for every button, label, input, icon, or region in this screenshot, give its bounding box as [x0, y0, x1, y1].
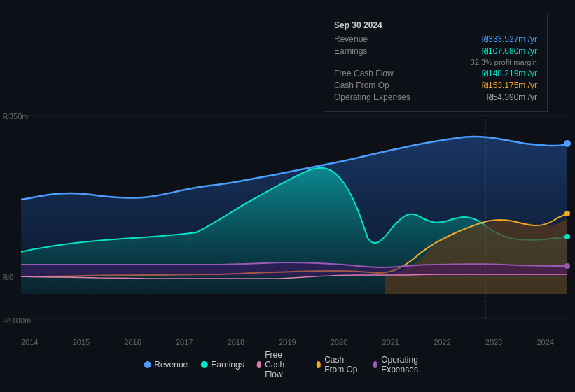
- tooltip-value-opex: ₪54.390m /yr: [487, 92, 537, 102]
- tooltip-date: Sep 30 2024: [334, 20, 537, 30]
- svg-point-8: [564, 263, 570, 269]
- x-label-2022: 2022: [434, 338, 450, 346]
- tooltip-row-margin: 32.3% profit margin: [334, 58, 537, 66]
- legend-label-revenue: Revenue: [154, 360, 188, 370]
- x-label-2018: 2018: [228, 338, 244, 346]
- tooltip-value-earnings: ₪107.680m /yr: [482, 46, 537, 56]
- x-label-2019: 2019: [279, 338, 296, 346]
- legend-dot-revenue: [144, 361, 151, 368]
- tooltip-label-cashfromop: Cash From Op: [334, 80, 418, 90]
- chart-legend: Revenue Earnings Free Cash Flow Cash Fro…: [144, 350, 431, 379]
- x-axis: 2014 2015 2016 2017 2018 2019 2020 2021 …: [0, 338, 575, 346]
- tooltip-row-opex: Operating Expenses ₪54.390m /yr: [334, 92, 537, 102]
- tooltip-row-revenue: Revenue ₪333.527m /yr: [334, 34, 537, 44]
- y-label-350: ₪350m: [3, 112, 29, 121]
- legend-label-opex: Operating Expenses: [381, 355, 431, 374]
- tooltip-label-earnings: Earnings: [334, 46, 418, 56]
- legend-dot-fcf: [257, 361, 262, 368]
- x-label-2016: 2016: [124, 338, 141, 346]
- x-label-2023: 2023: [485, 338, 502, 346]
- svg-point-6: [564, 234, 570, 239]
- x-label-2015: 2015: [73, 338, 90, 346]
- legend-label-earnings: Earnings: [211, 360, 244, 370]
- tooltip-value-fcf: ₪148.219m /yr: [482, 69, 537, 78]
- y-label-0: ₪0: [3, 273, 13, 282]
- tooltip-row-earnings: Earnings ₪107.680m /yr: [334, 46, 537, 56]
- legend-item-cashfromop[interactable]: Cash From Op: [317, 355, 361, 374]
- x-label-2021: 2021: [382, 338, 399, 346]
- legend-dot-cashfromop: [317, 361, 321, 368]
- y-label-neg100: -₪100m: [3, 316, 31, 326]
- svg-point-7: [564, 211, 570, 216]
- tooltip-label-fcf: Free Cash Flow: [334, 69, 418, 78]
- legend-item-opex[interactable]: Operating Expenses: [373, 355, 431, 374]
- legend-label-cashfromop: Cash From Op: [324, 355, 360, 374]
- x-label-2024: 2024: [536, 338, 553, 346]
- tooltip-value-revenue: ₪333.527m /yr: [482, 34, 537, 44]
- x-label-2017: 2017: [176, 338, 193, 346]
- x-label-2014: 2014: [21, 338, 38, 346]
- tooltip-profit-margin: 32.3% profit margin: [471, 58, 537, 66]
- legend-dot-earnings: [200, 361, 207, 368]
- legend-label-fcf: Free Cash Flow: [265, 350, 303, 379]
- svg-point-5: [564, 140, 571, 147]
- tooltip-value-cashfromop: ₪153.175m /yr: [482, 80, 537, 90]
- tooltip-row-cashfromop: Cash From Op ₪153.175m /yr: [334, 80, 537, 90]
- x-label-2020: 2020: [331, 338, 347, 346]
- tooltip-label-revenue: Revenue: [334, 34, 418, 44]
- tooltip-label-opex: Operating Expenses: [334, 92, 418, 102]
- legend-item-earnings[interactable]: Earnings: [200, 360, 244, 370]
- tooltip-row-fcf: Free Cash Flow ₪148.219m /yr: [334, 69, 537, 78]
- tooltip-card: Sep 30 2024 Revenue ₪333.527m /yr Earnin…: [324, 13, 548, 112]
- legend-dot-opex: [373, 361, 378, 368]
- legend-item-fcf[interactable]: Free Cash Flow: [257, 350, 304, 379]
- legend-item-revenue[interactable]: Revenue: [144, 360, 188, 370]
